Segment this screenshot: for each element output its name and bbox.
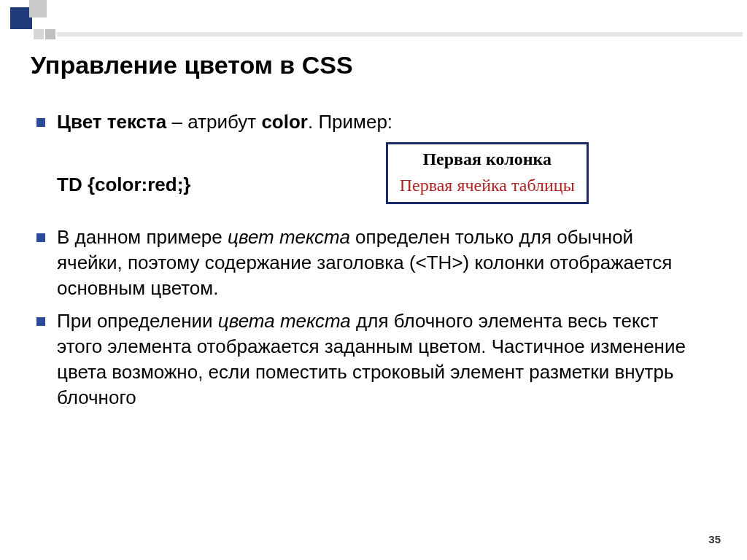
deco-square-small-1 <box>34 29 44 39</box>
bullet-2: В данном примере цвет текста определен т… <box>31 225 702 301</box>
bullet-1-attr: color <box>261 111 308 133</box>
bullet-3: При определении цвета текста для блочног… <box>31 308 702 411</box>
bullet-1-code: TD {color:red;} <box>57 174 190 195</box>
bullet-3-pre: При определении <box>57 310 218 332</box>
bullet-3-em: цвета текста <box>218 310 351 332</box>
example-td: Первая ячейка таблицы <box>388 172 587 201</box>
bullet-list: Цвет текста – атрибут color. Пример: TD … <box>31 109 702 411</box>
deco-square-medium <box>29 0 47 18</box>
deco-square-small-2 <box>45 29 55 39</box>
bullet-2-pre: В данном примере <box>57 226 228 248</box>
page-number: 35 <box>708 533 721 545</box>
bullet-1: Цвет текста – атрибут color. Пример: TD … <box>31 109 702 217</box>
slide-title: Управление цветом в CSS <box>31 51 353 79</box>
bullet-1-term: Цвет текста <box>57 111 166 133</box>
bullet-2-em: цвет текста <box>228 226 350 248</box>
example-th: Первая колонка <box>388 144 587 172</box>
deco-strip <box>57 32 743 36</box>
slide-content: Цвет текста – атрибут color. Пример: TD … <box>31 109 702 419</box>
slide: Управление цветом в CSS Цвет текста – ат… <box>0 0 747 560</box>
example-table: Первая колонка Первая ячейка таблицы <box>386 142 589 204</box>
bullet-1-mid: – атрибут <box>166 111 261 133</box>
bullet-1-tail: . Пример: <box>308 111 392 133</box>
